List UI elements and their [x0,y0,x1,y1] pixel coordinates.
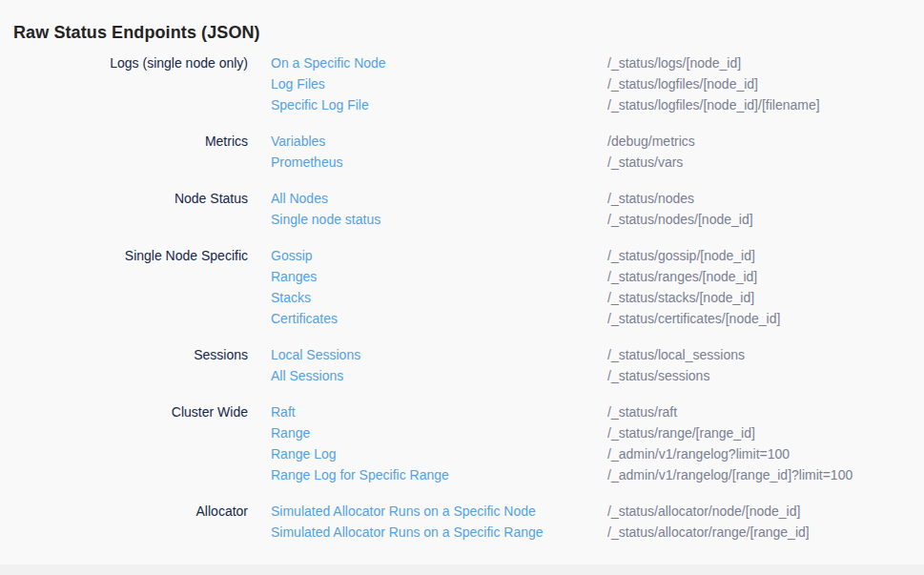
endpoint-path: /_status/allocator/node/[node_id] [607,501,924,522]
endpoint-path: /_status/nodes/[node_id] [607,209,924,230]
links-column: RaftRangeRange LogRange Log for Specific… [271,401,585,485]
endpoint-link[interactable]: Gossip [271,245,585,266]
endpoint-link[interactable]: All Sessions [271,365,585,386]
endpoints-list: Logs (single node only) On a Specific No… [0,52,924,558]
endpoint-link[interactable]: Ranges [271,266,585,287]
category-label: Node Status [0,188,248,230]
paths-column: /_status/local_sessions/_status/sessions [607,344,924,386]
endpoint-section: Metrics VariablesPrometheus /debug/metri… [0,131,924,173]
endpoint-path: /_status/raft [607,401,924,422]
endpoint-path: /_status/range/[range_id] [607,422,924,443]
endpoint-link[interactable]: Variables [271,131,585,152]
links-column: Simulated Allocator Runs on a Specific N… [271,501,585,543]
endpoint-link[interactable]: Range Log [271,443,585,464]
endpoint-link[interactable]: Range [271,422,585,443]
endpoint-path: /_admin/v1/rangelog?limit=100 [607,443,924,464]
category-label: Sessions [0,344,248,386]
endpoint-link[interactable]: Prometheus [271,152,585,173]
endpoint-section: Allocator Simulated Allocator Runs on a … [0,501,924,543]
endpoint-link[interactable]: Simulated Allocator Runs on a Specific R… [271,522,585,543]
endpoint-path: /_status/stacks/[node_id] [607,287,924,308]
endpoint-path: /_status/gossip/[node_id] [607,245,924,266]
endpoint-link[interactable]: All Nodes [271,188,585,209]
endpoint-section: Logs (single node only) On a Specific No… [0,52,924,115]
links-column: GossipRangesStacksCertificates [271,245,585,329]
links-column: All NodesSingle node status [271,188,585,230]
category-label: Single Node Specific [0,245,248,329]
paths-column: /debug/metrics/_status/vars [607,131,924,173]
endpoint-link[interactable]: Stacks [271,287,585,308]
endpoint-link[interactable]: Raft [271,401,585,422]
endpoint-path: /_status/allocator/range/[range_id] [607,522,924,543]
endpoint-section: Single Node Specific GossipRangesStacksC… [0,245,924,329]
links-column: On a Specific NodeLog FilesSpecific Log … [271,52,585,115]
endpoint-path: /_status/logfiles/[node_id] [607,73,924,94]
paths-column: /_status/logs/[node_id]/_status/logfiles… [607,52,924,115]
endpoint-link[interactable]: Single node status [271,209,585,230]
endpoint-link[interactable]: Log Files [271,73,585,94]
endpoint-path: /_status/local_sessions [607,344,924,365]
endpoint-path: /_status/logs/[node_id] [607,52,924,73]
category-label: Metrics [0,131,248,173]
category-label: Logs (single node only) [0,52,248,115]
endpoint-link[interactable]: Range Log for Specific Range [271,464,585,485]
endpoint-path: /_status/sessions [607,365,924,386]
endpoint-path: /_status/logfiles/[node_id]/[filename] [607,94,924,115]
endpoint-path: /debug/metrics [607,131,924,152]
paths-column: /_status/allocator/node/[node_id]/_statu… [607,501,924,543]
endpoint-path: /_status/vars [607,152,924,173]
endpoint-link[interactable]: Simulated Allocator Runs on a Specific N… [271,501,585,522]
links-column: Local SessionsAll Sessions [271,344,585,386]
endpoint-path: /_status/nodes [607,188,924,209]
endpoint-path: /_admin/v1/rangelog/[range_id]?limit=100 [607,464,924,485]
page-title: Raw Status Endpoints (JSON) [13,23,260,43]
links-column: VariablesPrometheus [271,131,585,173]
endpoint-section: Cluster Wide RaftRangeRange LogRange Log… [0,401,924,485]
category-label: Allocator [0,501,248,543]
endpoint-link[interactable]: Local Sessions [271,344,585,365]
endpoint-link[interactable]: Specific Log File [271,94,585,115]
endpoint-section: Node Status All NodesSingle node status … [0,188,924,230]
paths-column: /_status/raft/_status/range/[range_id]/_… [607,401,924,485]
endpoint-path: /_status/certificates/[node_id] [607,308,924,329]
endpoint-path: /_status/ranges/[node_id] [607,266,924,287]
endpoint-section: Sessions Local SessionsAll Sessions /_st… [0,344,924,386]
endpoint-link[interactable]: Certificates [271,308,585,329]
footer-strip [0,565,924,575]
paths-column: /_status/nodes/_status/nodes/[node_id] [607,188,924,230]
category-label: Cluster Wide [0,401,248,485]
paths-column: /_status/gossip/[node_id]/_status/ranges… [607,245,924,329]
endpoint-link[interactable]: On a Specific Node [271,52,585,73]
